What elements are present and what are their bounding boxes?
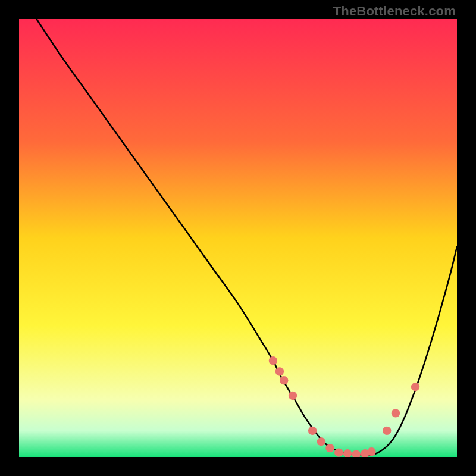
marker-dot <box>392 409 400 417</box>
bottleneck-curve <box>36 19 457 455</box>
marker-dot <box>308 427 317 435</box>
chart-frame <box>19 19 457 457</box>
marker-dot <box>289 392 297 400</box>
marker-dot <box>325 444 334 452</box>
marker-dot <box>334 448 343 456</box>
watermark-text: TheBottleneck.com <box>333 4 456 19</box>
marker-group <box>269 356 420 457</box>
marker-dot <box>343 449 352 457</box>
curve-layer <box>19 19 457 457</box>
marker-dot <box>317 437 325 446</box>
marker-dot <box>367 447 375 456</box>
marker-dot <box>411 383 419 391</box>
marker-dot <box>352 450 361 457</box>
plot-area <box>19 19 457 457</box>
marker-dot <box>383 427 391 435</box>
marker-dot <box>280 376 288 384</box>
marker-dot <box>275 367 284 375</box>
marker-dot <box>269 356 277 365</box>
